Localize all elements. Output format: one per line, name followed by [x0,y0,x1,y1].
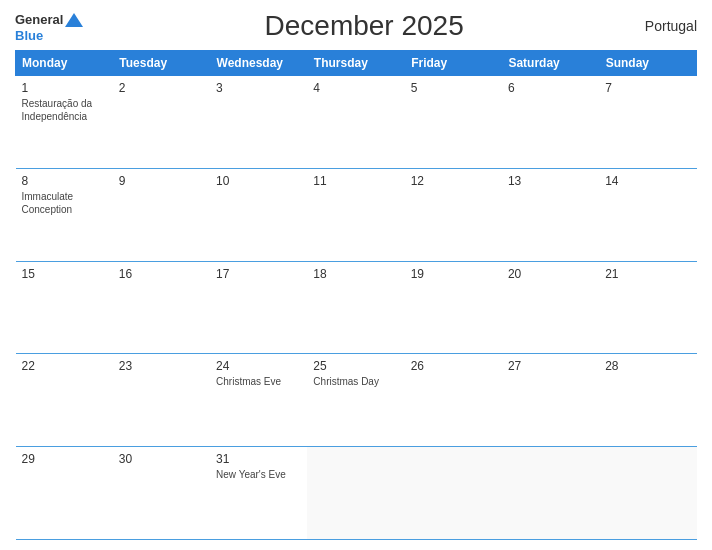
week-row: 15161718192021 [16,261,697,354]
weekday-header-wednesday: Wednesday [210,51,307,76]
calendar-cell: 16 [113,261,210,354]
event-name: Christmas Eve [216,375,301,388]
day-number: 18 [313,267,398,281]
calendar-cell: 11 [307,168,404,261]
day-number: 28 [605,359,690,373]
day-number: 10 [216,174,301,188]
day-number: 5 [411,81,496,95]
day-number: 21 [605,267,690,281]
calendar-cell: 15 [16,261,113,354]
day-number: 1 [22,81,107,95]
day-number: 12 [411,174,496,188]
day-number: 9 [119,174,204,188]
weekday-header-thursday: Thursday [307,51,404,76]
calendar-cell: 6 [502,76,599,169]
calendar-cell: 28 [599,354,696,447]
day-number: 4 [313,81,398,95]
calendar-cell [405,447,502,540]
calendar-body: 1Restauração da Independência2345678Imma… [16,76,697,540]
day-number: 7 [605,81,690,95]
day-number: 8 [22,174,107,188]
day-number: 23 [119,359,204,373]
calendar-cell [502,447,599,540]
calendar-cell: 24Christmas Eve [210,354,307,447]
day-number: 20 [508,267,593,281]
day-number: 27 [508,359,593,373]
calendar-cell: 27 [502,354,599,447]
calendar-cell [599,447,696,540]
day-number: 30 [119,452,204,466]
calendar-cell: 25Christmas Day [307,354,404,447]
weekday-header-tuesday: Tuesday [113,51,210,76]
weekday-header-friday: Friday [405,51,502,76]
event-name: Christmas Day [313,375,398,388]
week-row: 8Immaculate Conception91011121314 [16,168,697,261]
calendar-cell: 8Immaculate Conception [16,168,113,261]
calendar-header: MondayTuesdayWednesdayThursdayFridaySatu… [16,51,697,76]
page-header: General Blue December 2025 Portugal [15,10,697,42]
logo: General Blue [15,11,83,42]
day-number: 2 [119,81,204,95]
weekday-header-saturday: Saturday [502,51,599,76]
calendar-cell: 12 [405,168,502,261]
day-number: 16 [119,267,204,281]
calendar-cell: 23 [113,354,210,447]
event-name: Restauração da Independência [22,97,107,123]
day-number: 24 [216,359,301,373]
logo-general-text: General [15,13,63,26]
calendar-cell: 20 [502,261,599,354]
calendar-table: MondayTuesdayWednesdayThursdayFridaySatu… [15,50,697,540]
day-number: 19 [411,267,496,281]
day-number: 25 [313,359,398,373]
calendar-cell: 26 [405,354,502,447]
calendar-cell: 5 [405,76,502,169]
day-number: 26 [411,359,496,373]
calendar-title: December 2025 [83,10,644,42]
event-name: New Year's Eve [216,468,301,481]
calendar-cell [307,447,404,540]
day-number: 3 [216,81,301,95]
logo-icon [65,11,83,29]
calendar-cell: 2 [113,76,210,169]
day-number: 17 [216,267,301,281]
calendar-cell: 17 [210,261,307,354]
calendar-cell: 30 [113,447,210,540]
day-number: 11 [313,174,398,188]
day-number: 14 [605,174,690,188]
calendar-cell: 9 [113,168,210,261]
svg-marker-0 [65,13,83,27]
week-row: 293031New Year's Eve [16,447,697,540]
event-name: Immaculate Conception [22,190,107,216]
calendar-cell: 29 [16,447,113,540]
calendar-cell: 10 [210,168,307,261]
calendar-cell: 21 [599,261,696,354]
weekday-row: MondayTuesdayWednesdayThursdayFridaySatu… [16,51,697,76]
weekday-header-monday: Monday [16,51,113,76]
day-number: 31 [216,452,301,466]
calendar-cell: 22 [16,354,113,447]
week-row: 1Restauração da Independência234567 [16,76,697,169]
day-number: 29 [22,452,107,466]
calendar-cell: 4 [307,76,404,169]
day-number: 15 [22,267,107,281]
calendar-cell: 1Restauração da Independência [16,76,113,169]
weekday-header-sunday: Sunday [599,51,696,76]
day-number: 22 [22,359,107,373]
logo-blue-text: Blue [15,29,43,42]
calendar-cell: 31New Year's Eve [210,447,307,540]
day-number: 6 [508,81,593,95]
calendar-cell: 14 [599,168,696,261]
week-row: 222324Christmas Eve25Christmas Day262728 [16,354,697,447]
calendar-cell: 19 [405,261,502,354]
calendar-cell: 18 [307,261,404,354]
calendar-cell: 13 [502,168,599,261]
country-label: Portugal [645,18,697,34]
calendar-cell: 3 [210,76,307,169]
calendar-cell: 7 [599,76,696,169]
day-number: 13 [508,174,593,188]
